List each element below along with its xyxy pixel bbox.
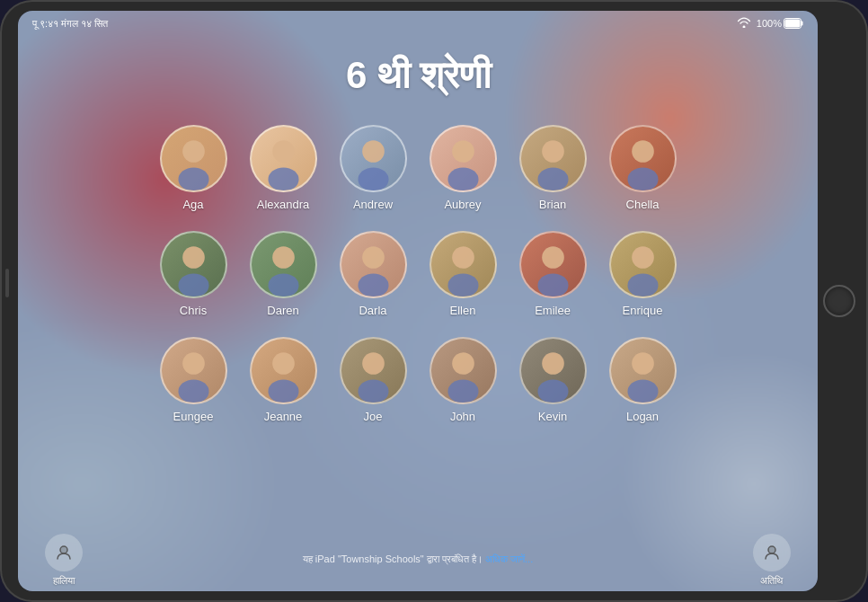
- svg-point-10: [362, 140, 385, 163]
- svg-point-11: [358, 167, 388, 190]
- avatar-ellen: [430, 231, 497, 298]
- student-name-eungee: Eungee: [173, 410, 214, 423]
- svg-point-31: [452, 246, 474, 269]
- svg-point-34: [542, 246, 564, 269]
- side-button: [5, 269, 9, 297]
- svg-point-16: [542, 140, 564, 163]
- svg-point-47: [358, 379, 388, 403]
- avatar-chella: [609, 125, 677, 192]
- student-item-john[interactable]: John: [430, 337, 497, 423]
- student-item-eungee[interactable]: Eungee: [160, 337, 227, 423]
- svg-point-38: [627, 273, 658, 297]
- svg-point-41: [178, 379, 208, 403]
- student-name-aga: Aga: [182, 198, 203, 211]
- guest-icon: [753, 534, 791, 571]
- svg-point-5: [178, 167, 208, 190]
- avatar-enrique: [609, 231, 677, 298]
- status-time: पू ९:४१ मंगल १४ सित: [32, 18, 108, 30]
- svg-point-8: [268, 167, 298, 190]
- recent-label: हालिया: [53, 575, 75, 587]
- student-item-logan[interactable]: Logan: [609, 337, 677, 423]
- svg-point-7: [272, 140, 295, 163]
- student-item-ellen[interactable]: Ellen: [430, 231, 497, 317]
- svg-point-44: [268, 379, 298, 403]
- avatar-alexandra: [250, 125, 317, 192]
- student-name-andrew: Andrew: [353, 198, 393, 211]
- svg-point-35: [537, 273, 568, 297]
- battery-icon: 100%: [757, 18, 803, 29]
- svg-point-56: [627, 379, 658, 403]
- student-name-joe: Joe: [364, 410, 383, 423]
- student-item-andrew[interactable]: Andrew: [340, 125, 407, 211]
- avatar-chris: [160, 231, 227, 298]
- student-item-darla[interactable]: Darla: [340, 231, 407, 317]
- svg-point-52: [542, 352, 564, 375]
- student-item-alexandra[interactable]: Alexandra: [250, 125, 317, 211]
- avatar-brian: [519, 125, 587, 192]
- student-name-ellen: Ellen: [450, 304, 476, 317]
- svg-point-50: [447, 379, 478, 403]
- student-name-jeanne: Jeanne: [264, 410, 303, 423]
- svg-point-43: [272, 352, 295, 375]
- avatar-darla: [340, 231, 407, 298]
- svg-rect-2: [785, 20, 801, 28]
- student-name-chella: Chella: [626, 198, 660, 211]
- student-name-darla: Darla: [359, 304, 386, 317]
- student-name-chris: Chris: [180, 304, 207, 317]
- avatar-logan: [609, 337, 677, 404]
- avatar-andrew: [340, 125, 407, 192]
- svg-point-53: [537, 379, 568, 403]
- recent-button[interactable]: हालिया: [45, 534, 83, 587]
- svg-point-28: [362, 246, 385, 269]
- student-item-aga[interactable]: Aga: [160, 125, 227, 211]
- student-item-jeanne[interactable]: Jeanne: [250, 337, 317, 423]
- student-name-emilee: Emilee: [535, 304, 571, 317]
- screen: पू ९:४१ मंगल १४ सित 100%: [18, 11, 818, 591]
- student-item-brian[interactable]: Brian: [519, 125, 587, 211]
- guest-button[interactable]: अतिथि: [753, 534, 791, 587]
- student-name-enrique: Enrique: [623, 304, 663, 317]
- student-item-enrique[interactable]: Enrique: [609, 231, 677, 317]
- student-name-kevin: Kevin: [538, 410, 568, 423]
- student-item-daren[interactable]: Daren: [250, 231, 317, 317]
- student-item-emilee[interactable]: Emilee: [519, 231, 587, 317]
- student-name-daren: Daren: [267, 304, 298, 317]
- wifi-icon: [737, 17, 751, 31]
- avatar-eungee: [160, 337, 227, 404]
- svg-point-4: [182, 140, 205, 163]
- avatar-john: [430, 337, 497, 404]
- svg-point-20: [627, 167, 658, 190]
- student-name-alexandra: Alexandra: [257, 198, 310, 211]
- svg-rect-1: [802, 22, 803, 26]
- svg-point-23: [178, 273, 208, 297]
- ipad-frame: पू ९:४१ मंगल १४ सित 100%: [0, 0, 868, 602]
- svg-point-26: [268, 273, 298, 297]
- svg-point-55: [632, 352, 654, 375]
- main-content: 6 थी श्रेणी Aga Alexandra Andrew: [18, 11, 818, 591]
- class-title: 6 थी श्रेणी: [346, 54, 490, 97]
- svg-point-17: [537, 167, 568, 190]
- student-item-aubrey[interactable]: Aubrey: [430, 125, 497, 211]
- svg-point-29: [358, 273, 388, 297]
- svg-point-14: [447, 167, 478, 190]
- svg-point-19: [632, 140, 654, 163]
- student-name-brian: Brian: [539, 198, 566, 211]
- student-name-logan: Logan: [626, 410, 659, 423]
- student-name-john: John: [450, 410, 475, 423]
- avatar-jeanne: [250, 337, 317, 404]
- svg-point-13: [452, 140, 474, 163]
- student-item-kevin[interactable]: Kevin: [519, 337, 587, 423]
- svg-point-46: [362, 352, 385, 375]
- avatar-joe: [340, 337, 407, 404]
- svg-point-40: [182, 352, 205, 375]
- avatar-emilee: [519, 231, 587, 298]
- student-item-chris[interactable]: Chris: [160, 231, 227, 317]
- status-right: 100%: [737, 17, 803, 31]
- student-item-joe[interactable]: Joe: [340, 337, 407, 423]
- home-button[interactable]: [823, 285, 855, 317]
- guest-label: अतिथि: [760, 575, 783, 587]
- status-bar: पू ९:४१ मंगल १४ सित 100%: [18, 11, 818, 36]
- student-item-chella[interactable]: Chella: [609, 125, 677, 211]
- svg-point-25: [272, 246, 295, 269]
- learn-more-link[interactable]: अधिक जानें...: [485, 553, 533, 564]
